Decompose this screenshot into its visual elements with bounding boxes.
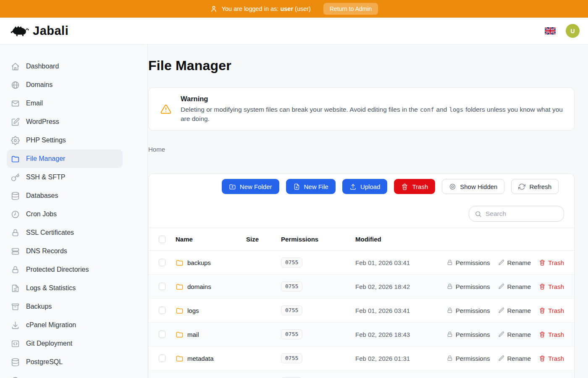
edit-icon	[11, 118, 20, 126]
permissions-badge: 0755	[281, 281, 302, 291]
refresh-button[interactable]: Refresh	[511, 179, 559, 194]
sidebar-item-email[interactable]: Email	[7, 94, 123, 113]
globe-icon	[11, 81, 20, 89]
trash-button[interactable]: Trash	[394, 179, 435, 194]
login-message: You are logged in as: user (user)	[222, 5, 311, 12]
row-rename-action[interactable]: Rename	[498, 283, 531, 290]
sidebar-item-cron-jobs[interactable]: Cron Jobs	[7, 205, 123, 223]
language-flag-uk-icon[interactable]	[545, 27, 556, 34]
eye-icon	[449, 183, 456, 190]
row-trash-action[interactable]: Trash	[539, 283, 564, 290]
select-all-checkbox[interactable]	[159, 236, 165, 243]
row-checkbox[interactable]	[159, 283, 165, 290]
upload-button[interactable]: Upload	[342, 179, 388, 194]
user-avatar[interactable]: U	[566, 24, 580, 38]
row-trash-action[interactable]: Trash	[539, 259, 564, 266]
server-icon	[11, 247, 20, 256]
breadcrumb-home[interactable]: Home	[148, 146, 165, 153]
row-rename-action[interactable]: Rename	[498, 259, 531, 266]
row-permissions-action[interactable]: Permissions	[446, 331, 490, 338]
sidebar-item-domains[interactable]: Domains	[7, 76, 123, 94]
table-row: logs 0755 Feb 01, 2026 03:41 Permissions…	[149, 299, 574, 323]
refresh-icon	[518, 183, 525, 190]
pencil-icon	[498, 259, 505, 266]
sidebar-item-file-manager[interactable]: File Manager	[7, 150, 123, 168]
sidebar-item-postgresql[interactable]: PostgreSQL	[7, 353, 123, 371]
file-name[interactable]: backups	[187, 259, 211, 266]
gear-icon	[11, 136, 20, 145]
row-rename-action[interactable]: Rename	[498, 331, 531, 338]
row-trash-action[interactable]: Trash	[539, 355, 564, 362]
row-checkbox[interactable]	[159, 307, 165, 314]
new-file-button[interactable]: New File	[286, 179, 336, 194]
row-trash-action[interactable]: Trash	[539, 331, 564, 338]
file-name[interactable]: mail	[187, 331, 199, 338]
trash-icon	[401, 183, 408, 190]
admin-impersonation-bar: You are logged in as: user (user) Return…	[0, 0, 588, 18]
sidebar-item-label: DNS Records	[26, 247, 67, 255]
sidebar-item-ssl-certificates[interactable]: SSL Certificates	[7, 223, 123, 242]
file-name[interactable]: metadata	[187, 355, 214, 362]
warning-triangle-icon	[160, 104, 171, 115]
column-header-modified[interactable]: Modified	[355, 236, 574, 243]
file-name[interactable]: logs	[187, 307, 199, 314]
sidebar-item-wordpress[interactable]: WordPress	[7, 113, 123, 131]
lock-icon	[446, 259, 453, 266]
pencil-icon	[498, 355, 505, 362]
app-header: Jabali U	[0, 18, 588, 45]
person-icon	[210, 5, 218, 13]
sidebar-item-dashboard[interactable]: Dashboard	[7, 57, 123, 76]
trash-icon	[539, 355, 546, 362]
sidebar-item-label: WordPress	[26, 118, 59, 126]
table-row: backups 0755 Feb 01, 2026 03:41 Permissi…	[149, 251, 574, 275]
sidebar-item-label: Dashboard	[26, 63, 59, 70]
lock-icon	[446, 307, 453, 314]
row-permissions-action[interactable]: Permissions	[446, 283, 490, 290]
column-header-name[interactable]: Name	[176, 236, 246, 243]
row-checkbox[interactable]	[159, 259, 165, 266]
column-header-permissions[interactable]: Permissions	[281, 236, 355, 243]
sidebar-item-label: Logs & Statistics	[26, 284, 76, 292]
sidebar-item-logs-statistics[interactable]: Logs & Statistics	[7, 279, 123, 297]
lock-icon	[446, 355, 453, 362]
folder-icon	[176, 307, 184, 315]
sidebar-item-ssh-sftp[interactable]: SSH & SFTP	[7, 168, 123, 186]
file-name[interactable]: domains	[187, 283, 211, 290]
brand-logo[interactable]: Jabali	[10, 24, 68, 38]
sidebar-item-git-deployment[interactable]: Git Deployment	[7, 334, 123, 353]
sidebar-item-hidden[interactable]	[7, 371, 123, 378]
code-conf: conf	[420, 106, 434, 113]
lock-icon	[446, 331, 453, 338]
row-checkbox[interactable]	[159, 331, 165, 338]
sidebar-item-php-settings[interactable]: PHP Settings	[7, 131, 123, 150]
row-permissions-action[interactable]: Permissions	[446, 259, 490, 266]
row-rename-action[interactable]: Rename	[498, 355, 531, 362]
lock-icon	[11, 228, 20, 237]
trash-icon	[539, 283, 546, 290]
table-header-row: Name Size Permissions Modified	[149, 228, 574, 251]
row-rename-action[interactable]: Rename	[498, 307, 531, 314]
row-permissions-action[interactable]: Permissions	[446, 307, 490, 314]
sidebar-item-cpanel-migration[interactable]: cPanel Migration	[7, 316, 123, 334]
sidebar-item-databases[interactable]: Databases	[7, 186, 123, 205]
return-to-admin-button[interactable]: Return to Admin	[323, 3, 378, 15]
sidebar-item-dns-records[interactable]: DNS Records	[7, 242, 123, 260]
code-icon	[11, 339, 20, 348]
login-username: user	[280, 5, 293, 12]
sidebar-item-label: Databases	[26, 192, 58, 200]
sidebar-item-protected-directories[interactable]: Protected Directories	[7, 260, 123, 279]
modified-date: Feb 02, 2026 18:42	[355, 283, 446, 290]
row-trash-action[interactable]: Trash	[539, 307, 564, 314]
search-input[interactable]	[486, 210, 558, 218]
new-folder-button[interactable]: New Folder	[222, 179, 279, 194]
trash-icon	[539, 259, 546, 266]
warning-banner: Warning Deleting or modifying system fil…	[148, 87, 575, 131]
folder-plus-icon	[229, 183, 236, 190]
row-permissions-action[interactable]: Permissions	[446, 355, 490, 362]
show-hidden-button[interactable]: Show Hidden	[442, 179, 504, 194]
row-checkbox[interactable]	[159, 354, 165, 362]
column-header-size[interactable]: Size	[246, 236, 281, 243]
sidebar-item-label: File Manager	[26, 155, 65, 163]
sidebar-item-backups[interactable]: Backups	[7, 297, 123, 316]
sidebar-item-label: SSH & SFTP	[26, 173, 65, 181]
